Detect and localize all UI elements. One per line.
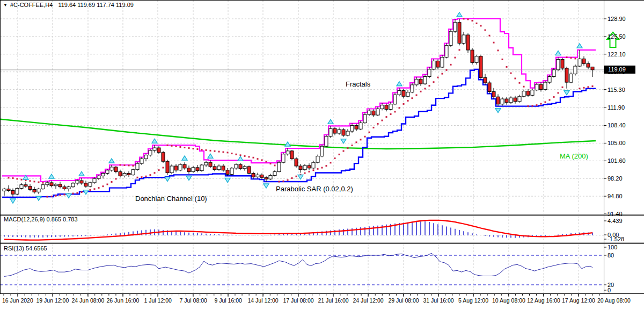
fractal-down-icon bbox=[36, 196, 41, 200]
time-axis-label: 24 Jun 08:00 bbox=[72, 297, 105, 304]
rsi-indicator-label: RSI(13) 54.6565 bbox=[4, 245, 47, 251]
chart-canvas[interactable] bbox=[0, 0, 644, 309]
rsi-axis-label: 100 bbox=[608, 244, 617, 250]
time-axis-label: 12 Aug 16:00 bbox=[527, 297, 560, 304]
fractal-down-icon bbox=[225, 178, 230, 182]
time-axis-label: 20 Aug 08:00 bbox=[597, 297, 631, 304]
fractal-down-icon bbox=[495, 109, 501, 113]
time-axis-label: 10 Aug 08:00 bbox=[492, 297, 525, 304]
fractal-up-icon bbox=[79, 171, 84, 176]
fractal-down-icon bbox=[10, 199, 16, 203]
time-axis-label: 5 Aug 12:00 bbox=[458, 297, 488, 304]
fractal-up-icon bbox=[49, 174, 54, 178]
price-axis-label: 98.20 bbox=[608, 175, 623, 182]
macd-indicator-label: MACD(12,26,9) 0.865 0.783 bbox=[4, 216, 78, 222]
fractal-down-icon bbox=[165, 177, 170, 181]
time-axis-label: 29 Jul 08:00 bbox=[389, 297, 419, 304]
fractal-up-icon bbox=[152, 139, 157, 143]
price-axis-label: 108.40 bbox=[608, 122, 626, 128]
price-axis-label: 105.00 bbox=[608, 140, 626, 146]
time-axis-label: 26 Jun 16:00 bbox=[107, 297, 140, 304]
time-axis-label: 16 Jun 2020 bbox=[2, 297, 33, 304]
time-axis-label: 31 Jul 16:00 bbox=[423, 297, 454, 304]
price-axis-label: 128.90 bbox=[608, 16, 626, 22]
fractal-up-icon bbox=[238, 156, 243, 161]
rsi-axis-label: 0 bbox=[608, 287, 611, 293]
donchian-channel-label: Donchian Channel (10) bbox=[135, 195, 207, 203]
price-axis-label: 94.80 bbox=[608, 193, 623, 199]
time-axis-label: 24 Jul 12:00 bbox=[353, 297, 384, 304]
fractal-down-icon bbox=[186, 176, 192, 180]
time-axis-label: 17 Aug 12:00 bbox=[562, 297, 595, 304]
time-axis-label: 1 Jul 12:00 bbox=[144, 297, 172, 304]
fractal-up-icon bbox=[182, 156, 187, 160]
price-axis-label: 111.90 bbox=[608, 104, 625, 111]
fractal-up-icon bbox=[397, 82, 402, 86]
price-axis-label: 91.40 bbox=[608, 211, 623, 217]
fractal-up-icon bbox=[328, 119, 333, 124]
fractal-down-icon bbox=[66, 193, 71, 198]
time-axis-label: 9 Jul 16:00 bbox=[215, 297, 242, 304]
time-axis-label: 17 Jul 08:00 bbox=[283, 297, 314, 304]
price-axis-label: 125.50 bbox=[608, 33, 626, 40]
fractal-up-icon bbox=[555, 51, 561, 55]
time-axis-label: 19 Jun 12:00 bbox=[36, 297, 69, 304]
fractal-down-icon bbox=[264, 184, 269, 188]
trading-chart-window: ▼#C-COFFEE,H4119.64 119.69 117.74 119.09… bbox=[0, 0, 644, 309]
fractal-down-icon bbox=[564, 91, 569, 95]
fractal-up-icon bbox=[208, 154, 213, 158]
time-axis-label: 14 Jul 12:00 bbox=[248, 297, 279, 304]
time-axis-label: 21 Jul 16:00 bbox=[318, 297, 349, 304]
rsi-axis-label: 80 bbox=[608, 252, 614, 258]
fractal-down-icon bbox=[341, 139, 346, 143]
price-axis-label: 101.60 bbox=[608, 157, 626, 164]
macd-axis-label: -1.528 bbox=[608, 236, 624, 242]
fractal-up-icon bbox=[457, 12, 462, 17]
current-price-badge: 119.09 bbox=[604, 66, 635, 74]
macd-axis-label: 4.439 bbox=[608, 218, 623, 224]
fractal-up-icon bbox=[577, 44, 582, 48]
time-axis-label: 7 Jul 08:00 bbox=[180, 297, 207, 304]
parabolic-sar-label: Parabolic SAR (0.02,0.2) bbox=[276, 185, 353, 193]
fractals-label: Fractals bbox=[346, 80, 370, 88]
fractal-up-icon bbox=[285, 142, 290, 146]
ma-200-label: MA (200) bbox=[560, 152, 588, 160]
price-axis-label: 115.30 bbox=[608, 87, 625, 93]
price-axis-label: 122.10 bbox=[608, 51, 626, 58]
current-price-value: 119.09 bbox=[608, 66, 626, 73]
